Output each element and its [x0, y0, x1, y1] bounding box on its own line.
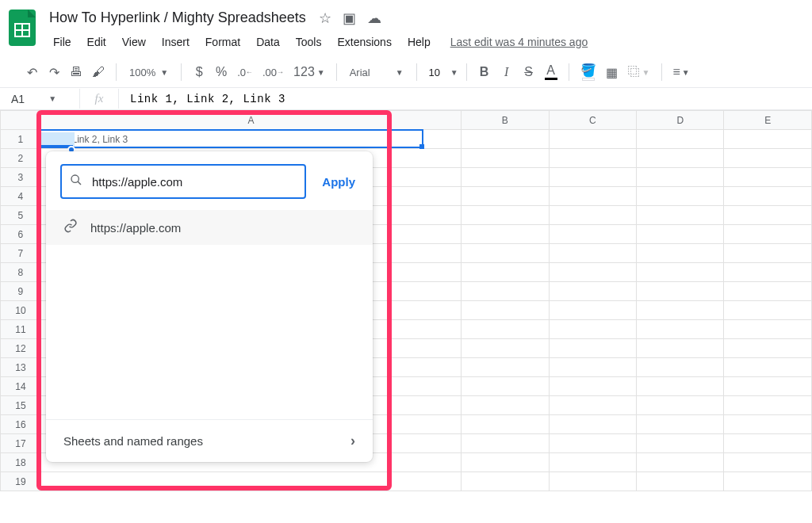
- last-edit-link[interactable]: Last edit was 4 minutes ago: [450, 36, 588, 48]
- cell[interactable]: [549, 301, 636, 320]
- menu-data[interactable]: Data: [249, 32, 287, 52]
- row-header[interactable]: 2: [1, 149, 41, 168]
- cell[interactable]: [724, 320, 812, 339]
- undo-icon[interactable]: ↶: [22, 62, 41, 82]
- row-header[interactable]: 17: [1, 434, 41, 453]
- row-header[interactable]: 3: [1, 168, 41, 187]
- cell[interactable]: [637, 472, 724, 491]
- borders-button[interactable]: ▦: [603, 62, 622, 82]
- col-header-c[interactable]: C: [549, 111, 636, 130]
- row-header[interactable]: 10: [1, 301, 41, 320]
- row-header[interactable]: 16: [1, 415, 41, 434]
- menu-extensions[interactable]: Extensions: [330, 32, 398, 52]
- menu-tools[interactable]: Tools: [289, 32, 329, 52]
- cell[interactable]: [549, 149, 636, 168]
- cell[interactable]: [549, 434, 636, 453]
- fill-color-button[interactable]: 🪣: [577, 62, 599, 82]
- cell[interactable]: [637, 396, 724, 415]
- menu-help[interactable]: Help: [400, 32, 438, 52]
- doc-title[interactable]: How To Hyperlink / Mighty Spreadsheets: [46, 8, 309, 28]
- cell[interactable]: [462, 282, 549, 301]
- cell[interactable]: [637, 168, 724, 187]
- cell[interactable]: [724, 358, 812, 377]
- menu-file[interactable]: File: [46, 32, 79, 52]
- row-header[interactable]: 13: [1, 358, 41, 377]
- col-header-a[interactable]: A: [40, 111, 461, 130]
- cell[interactable]: [462, 339, 549, 358]
- cell[interactable]: [724, 187, 812, 206]
- cell[interactable]: [637, 244, 724, 263]
- cell[interactable]: [724, 377, 812, 396]
- row-header[interactable]: 11: [1, 320, 41, 339]
- cell[interactable]: [549, 130, 636, 149]
- cell[interactable]: [549, 472, 636, 491]
- cell[interactable]: [549, 168, 636, 187]
- cell[interactable]: [724, 282, 812, 301]
- row-header[interactable]: 18: [1, 453, 41, 472]
- cell[interactable]: [462, 225, 549, 244]
- link-suggestion-row[interactable]: https://apple.com: [46, 210, 373, 245]
- link-url-input[interactable]: [90, 174, 297, 189]
- cell[interactable]: [549, 377, 636, 396]
- bold-button[interactable]: B: [475, 62, 494, 82]
- cell[interactable]: [462, 244, 549, 263]
- strikethrough-button[interactable]: S: [519, 62, 538, 82]
- cell[interactable]: [724, 453, 812, 472]
- spreadsheet-grid[interactable]: A B C D E 1Link 1, Link 2, Link 32345678…: [0, 110, 812, 506]
- row-header[interactable]: 7: [1, 244, 41, 263]
- cell[interactable]: [637, 149, 724, 168]
- cell[interactable]: [462, 434, 549, 453]
- cell[interactable]: [462, 263, 549, 282]
- cell[interactable]: [462, 377, 549, 396]
- cell[interactable]: [549, 453, 636, 472]
- formula-input[interactable]: Link 1, Link 2, Link 3: [119, 93, 285, 105]
- col-header-e[interactable]: E: [724, 111, 812, 130]
- cell[interactable]: [462, 472, 549, 491]
- cell[interactable]: [637, 339, 724, 358]
- merge-cells-button[interactable]: ⿻▼: [625, 62, 653, 82]
- cell[interactable]: [40, 472, 461, 491]
- row-header[interactable]: 12: [1, 339, 41, 358]
- cell[interactable]: [724, 225, 812, 244]
- cell[interactable]: [637, 263, 724, 282]
- cell[interactable]: [724, 396, 812, 415]
- cell[interactable]: [462, 130, 549, 149]
- cell[interactable]: [549, 263, 636, 282]
- cell[interactable]: [637, 434, 724, 453]
- cell[interactable]: [724, 149, 812, 168]
- cell[interactable]: [637, 225, 724, 244]
- cell[interactable]: [724, 415, 812, 434]
- cell[interactable]: [724, 206, 812, 225]
- cell[interactable]: [462, 358, 549, 377]
- cell[interactable]: [549, 244, 636, 263]
- cell[interactable]: [637, 282, 724, 301]
- cell[interactable]: [724, 301, 812, 320]
- cell[interactable]: [462, 206, 549, 225]
- cell[interactable]: [724, 339, 812, 358]
- cell[interactable]: [462, 396, 549, 415]
- cell[interactable]: [462, 320, 549, 339]
- row-header[interactable]: 4: [1, 187, 41, 206]
- row-header[interactable]: 8: [1, 263, 41, 282]
- font-family-dropdown[interactable]: Arial ▼: [345, 67, 408, 78]
- row-header[interactable]: 1: [1, 130, 41, 149]
- print-icon[interactable]: 🖶: [67, 62, 86, 82]
- cell[interactable]: [724, 434, 812, 453]
- number-format-dropdown[interactable]: 123▼: [290, 62, 328, 82]
- cell[interactable]: [724, 472, 812, 491]
- row-header[interactable]: 5: [1, 206, 41, 225]
- cell[interactable]: [637, 415, 724, 434]
- cell[interactable]: [462, 168, 549, 187]
- cell[interactable]: [549, 320, 636, 339]
- horizontal-align-button[interactable]: ≡▼: [670, 62, 693, 82]
- cell[interactable]: [549, 415, 636, 434]
- cell[interactable]: [637, 130, 724, 149]
- row-header[interactable]: 6: [1, 225, 41, 244]
- col-header-d[interactable]: D: [637, 111, 724, 130]
- redo-icon[interactable]: ↷: [44, 62, 63, 82]
- decrease-decimal-button[interactable]: .0←: [234, 62, 256, 82]
- font-size-dropdown[interactable]: 10 ▼: [425, 67, 458, 78]
- cloud-icon[interactable]: ☁: [367, 11, 381, 25]
- name-box[interactable]: A1 ▼: [0, 93, 79, 105]
- menu-insert[interactable]: Insert: [155, 32, 197, 52]
